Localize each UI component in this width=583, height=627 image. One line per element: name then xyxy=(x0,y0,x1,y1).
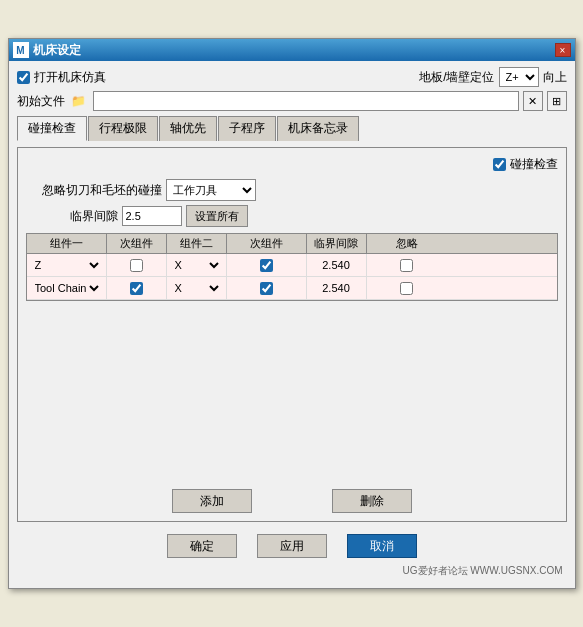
td-sub2-2 xyxy=(227,277,307,299)
top-row: 打开机床仿真 地板/墙壁定位 Z+ 向上 xyxy=(17,67,567,87)
add-delete-buttons: 添加 删除 xyxy=(26,489,558,513)
init-file-row: 初始文件 📁 ✕ ⊞ xyxy=(17,91,567,111)
td-ignore-2 xyxy=(367,277,447,299)
footer-buttons: 确定 应用 取消 xyxy=(17,530,567,562)
td-comp2-2: X xyxy=(167,277,227,299)
ignore-check-1[interactable] xyxy=(400,259,413,272)
td-sub1-2 xyxy=(107,277,167,299)
init-file-input[interactable] xyxy=(93,91,519,111)
direction-label: 向上 xyxy=(543,69,567,86)
ignore-dropdown[interactable]: 工作刀具 xyxy=(166,179,256,201)
ignore-row: 忽略切刀和毛坯的碰撞 工作刀具 xyxy=(26,179,558,201)
delete-button[interactable]: 删除 xyxy=(332,489,412,513)
init-file-label: 初始文件 xyxy=(17,93,65,110)
sub2-check-2[interactable] xyxy=(260,282,273,295)
comp2-select-2[interactable]: X xyxy=(171,279,222,297)
main-window: M 机床设定 × 打开机床仿真 地板/墙壁定位 Z+ 向上 初始文件 📁 xyxy=(8,38,576,589)
apply-button[interactable]: 应用 xyxy=(257,534,327,558)
td-comp2-1: X xyxy=(167,254,227,276)
ignore-label: 忽略切刀和毛坯的碰撞 xyxy=(42,182,162,199)
comp1-select-2[interactable]: Tool Chain xyxy=(31,279,102,297)
location-label: 地板/墙壁定位 xyxy=(419,69,494,86)
clearance-val-2: 2.540 xyxy=(322,282,350,294)
location-dropdown[interactable]: Z+ xyxy=(499,67,539,87)
collision-table: 组件一 次组件 组件二 次组件 临界间隙 忽略 Z xyxy=(26,233,558,301)
location-row: 地板/墙壁定位 Z+ 向上 xyxy=(419,67,566,87)
th-sub2: 次组件 xyxy=(227,234,307,253)
window-content: 打开机床仿真 地板/墙壁定位 Z+ 向上 初始文件 📁 ✕ ⊞ 碰撞检查 行程极… xyxy=(9,61,575,588)
td-clearance-1: 2.540 xyxy=(307,254,367,276)
folder-icon[interactable]: 📁 xyxy=(69,91,89,111)
watermark: UG爱好者论坛 WWW.UGSNX.COM xyxy=(17,562,567,580)
td-ignore-1 xyxy=(367,254,447,276)
comp1-select-1[interactable]: Z xyxy=(31,256,102,274)
confirm-button[interactable]: 确定 xyxy=(167,534,237,558)
collision-check-label[interactable]: 碰撞检查 xyxy=(493,156,558,173)
table-row: Tool Chain X 2.540 xyxy=(27,277,557,300)
td-comp1-2: Tool Chain xyxy=(27,277,107,299)
tab-content-collision: 碰撞检查 忽略切刀和毛坯的碰撞 工作刀具 临界间隙 设置所有 xyxy=(17,147,567,522)
clearance-label: 临界间隙 xyxy=(70,208,118,225)
cancel-button[interactable]: 取消 xyxy=(347,534,417,558)
empty-space xyxy=(26,301,558,481)
th-sub1: 次组件 xyxy=(107,234,167,253)
open-sim-label[interactable]: 打开机床仿真 xyxy=(17,69,106,86)
sub2-check-1[interactable] xyxy=(260,259,273,272)
tab-axis[interactable]: 轴优先 xyxy=(159,116,217,141)
tab-collision[interactable]: 碰撞检查 xyxy=(17,116,87,141)
td-sub2-1 xyxy=(227,254,307,276)
ignore-check-2[interactable] xyxy=(400,282,413,295)
clearance-val-1: 2.540 xyxy=(322,259,350,271)
table-header: 组件一 次组件 组件二 次组件 临界间隙 忽略 xyxy=(27,234,557,254)
comp2-select-1[interactable]: X xyxy=(171,256,222,274)
clear-file-button[interactable]: ✕ xyxy=(523,91,543,111)
clearance-input[interactable] xyxy=(122,206,182,226)
tab-bar: 碰撞检查 行程极限 轴优先 子程序 机床备忘录 xyxy=(17,116,567,141)
th-comp1: 组件一 xyxy=(27,234,107,253)
title-bar-left: M 机床设定 xyxy=(13,42,81,59)
open-sim-checkbox[interactable] xyxy=(17,71,30,84)
close-button[interactable]: × xyxy=(555,43,571,57)
th-comp2: 组件二 xyxy=(167,234,227,253)
window-title: 机床设定 xyxy=(33,42,81,59)
set-all-button[interactable]: 设置所有 xyxy=(186,205,248,227)
th-clearance: 临界间隙 xyxy=(307,234,367,253)
td-comp1-1: Z xyxy=(27,254,107,276)
title-bar: M 机床设定 × xyxy=(9,39,575,61)
sub1-check-2[interactable] xyxy=(130,282,143,295)
td-sub1-1 xyxy=(107,254,167,276)
table-row: Z X 2.540 xyxy=(27,254,557,277)
td-clearance-2: 2.540 xyxy=(307,277,367,299)
collision-header: 碰撞检查 xyxy=(26,156,558,173)
th-ignore: 忽略 xyxy=(367,234,447,253)
collision-check-checkbox[interactable] xyxy=(493,158,506,171)
tab-memo[interactable]: 机床备忘录 xyxy=(277,116,359,141)
tab-subprogram[interactable]: 子程序 xyxy=(218,116,276,141)
tab-travel[interactable]: 行程极限 xyxy=(88,116,158,141)
sub1-check-1[interactable] xyxy=(130,259,143,272)
add-button[interactable]: 添加 xyxy=(172,489,252,513)
clearance-row: 临界间隙 设置所有 xyxy=(26,205,558,227)
browse-file-button[interactable]: ⊞ xyxy=(547,91,567,111)
app-icon: M xyxy=(13,42,29,58)
